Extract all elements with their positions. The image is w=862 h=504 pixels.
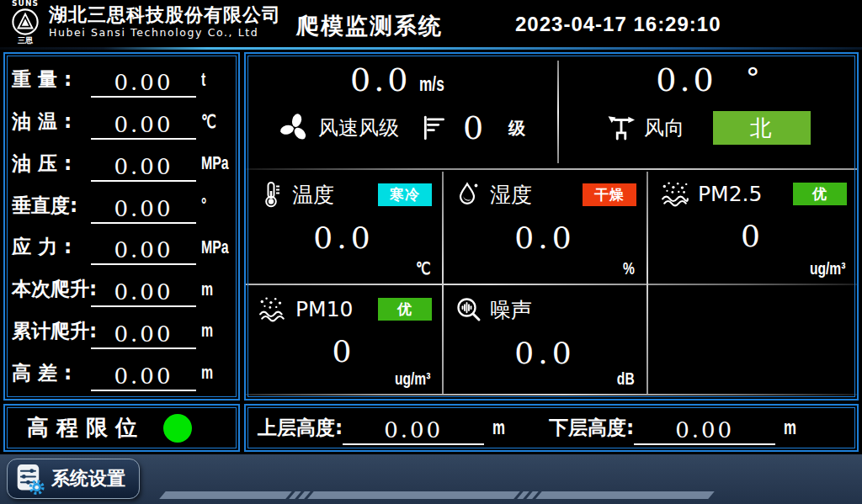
metric-unit: m (201, 320, 223, 342)
metric-unit: ℃ (201, 111, 223, 133)
sensor-header: PM10 优 (246, 285, 442, 322)
wind-direction-value: 0.0 (656, 64, 716, 96)
metric-oil-temp: 油 温 : 0.00 ℃ (12, 103, 231, 141)
metric-oil-pressure: 油 压 : 0.00 MPa (12, 144, 231, 183)
metric-weight: 重 量 : 0.00 t (12, 61, 231, 99)
wind-direction-badge: 北 (713, 111, 811, 145)
metric-value: 0.00 (91, 112, 196, 140)
metric-label: 本次爬升: (12, 276, 89, 302)
elevation-limit-label: 高程限位 (27, 413, 145, 443)
sensor-value: 0 (246, 334, 442, 369)
metric-label: 油 压 : (12, 151, 89, 177)
upper-height-value: 0.00 (343, 417, 484, 445)
wind-level-icon (421, 113, 450, 143)
sensor-unit: % (623, 259, 635, 279)
metric-verticality: 垂直度: 0.00 ° (12, 186, 231, 225)
header: SUNS 三思 湖北三思科技股份有限公司 Hubei Sansi Technol… (0, 0, 862, 47)
metric-value: 0.00 (91, 70, 196, 98)
metric-unit: MPa (201, 236, 223, 258)
sensor-header: PM2.5 优 (648, 170, 857, 207)
suns-logo-icon (10, 8, 40, 36)
system-settings-button[interactable]: 系统设置 (7, 459, 140, 499)
metric-label: 累计爬升: (12, 318, 89, 344)
header-divider (0, 47, 862, 50)
wind-level-unit: 级 (508, 117, 525, 140)
status-badge: 优 (793, 183, 847, 205)
settings-icon (16, 461, 45, 496)
metric-value: 0.00 (91, 363, 196, 391)
environment-panel: 0.0 m/s 风速风级 0 级 (244, 52, 859, 401)
sensor-humidity: 湿度 干燥 0.0 % (444, 170, 646, 284)
sensor-value: 0.0 (444, 220, 646, 255)
monitoring-screen: SUNS 三思 湖北三思科技股份有限公司 Hubei Sansi Technol… (0, 0, 862, 504)
lower-height: 下层高度: 0.00 m (549, 411, 802, 443)
wind-speed-readout: 0.0 m/s (246, 64, 557, 96)
metric-rows: 重 量 : 0.00 t 油 温 : 0.00 ℃ 油 压 : 0.00 MPa… (12, 59, 231, 394)
metric-label: 垂直度: (12, 193, 89, 219)
metric-height-diff: 高 差 : 0.00 m (12, 353, 231, 392)
sensor-pm25: PM2.5 优 0 ug/m³ (648, 170, 857, 284)
droplet-icon (455, 180, 482, 209)
sensor-unit: dB (617, 369, 635, 389)
metric-total-climb: 累计爬升: 0.00 m (12, 311, 231, 350)
upper-height-unit: m (492, 416, 505, 439)
sensor-header: 温度 寒冷 (246, 170, 442, 209)
elevation-limit-status-light (163, 414, 192, 443)
metric-value: 0.00 (91, 196, 196, 224)
sensor-label: 温度 (292, 181, 334, 209)
fan-icon (278, 111, 311, 145)
page-title: 爬模监测系统 (296, 11, 443, 41)
sensor-unit: ug/m³ (810, 259, 845, 279)
metric-label: 高 差 : (12, 360, 89, 386)
metrics-panel: 重 量 : 0.00 t 油 温 : 0.00 ℃ 油 压 : 0.00 MPa… (3, 52, 240, 401)
upper-height: 上层高度: 0.00 m (258, 411, 511, 443)
sensor-label: 噪声 (490, 296, 532, 324)
metric-unit: m (201, 279, 223, 300)
metric-value: 0.00 (91, 279, 196, 307)
metric-stress: 应 力 : 0.00 MPa (12, 228, 231, 267)
sensor-value: 0.0 (444, 336, 646, 370)
sensor-label: 湿度 (490, 181, 532, 209)
sensor-label: PM2.5 (698, 182, 762, 206)
elevation-limit-panel: 高程限位 (3, 404, 240, 452)
metric-value: 0.00 (91, 154, 196, 182)
wind-speed-label: 风速风级 (318, 114, 399, 141)
wind-direction-label: 风向 (644, 114, 684, 141)
sensor-pm10: PM10 优 0 ug/m³ (246, 285, 442, 394)
sensor-label: PM10 (295, 297, 353, 321)
datetime: 2023-04-17 16:29:10 (515, 13, 721, 36)
settings-button-label: 系统设置 (51, 466, 125, 491)
sensor-unit: ℃ (415, 258, 430, 279)
company-name: 湖北三思科技股份有限公司 Hubei Sansi Technology Co.,… (49, 4, 281, 39)
noise-icon (455, 295, 482, 324)
metric-label: 油 温 : (12, 109, 89, 135)
elevation-limit: 高程限位 (5, 406, 238, 450)
grid-divider-horizontal (246, 394, 857, 395)
wind-direction-degree-unit: ° (746, 64, 760, 93)
sensor-header: 噪声 (444, 285, 646, 324)
bottom-bar: 系统设置 (0, 454, 862, 504)
metric-unit: MPa (201, 152, 223, 174)
wind-vane-icon (605, 112, 637, 144)
logo-cn-text: 三思 (5, 37, 45, 45)
dust-icon (660, 180, 690, 207)
wind-direction-row: 风向 北 (559, 111, 857, 145)
status-badge: 优 (378, 298, 432, 321)
thermometer-icon (258, 180, 285, 209)
wind-speed-unit: m/s (419, 73, 444, 96)
status-badge: 寒冷 (378, 183, 432, 206)
metric-value: 0.00 (91, 237, 196, 265)
metric-label: 应 力 : (12, 234, 89, 260)
upper-height-label: 上层高度: (258, 415, 343, 441)
lower-height-unit: m (784, 416, 796, 439)
metric-unit: t (201, 69, 223, 91)
logo-suns-text: SUNS (5, 0, 45, 8)
sensor-header: 湿度 干燥 (444, 170, 646, 209)
company-name-en: Hubei Sansi Technology Co., Ltd (49, 26, 281, 39)
wind-level-row: 风速风级 0 级 (246, 111, 557, 145)
company-logo: SUNS 三思 (5, 0, 45, 45)
decorative-strip (162, 491, 711, 499)
dust-icon (258, 295, 288, 322)
metric-value: 0.00 (91, 321, 196, 349)
sensor-noise: 噪声 0.0 dB (444, 285, 646, 394)
